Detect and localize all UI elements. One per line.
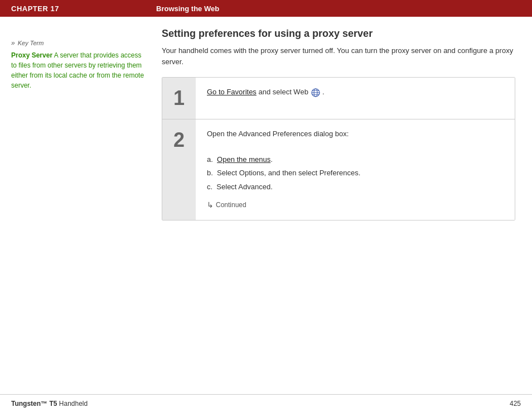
step-2-number: 2 <box>162 119 196 220</box>
chapter-label: CHAPTER 17 <box>11 4 156 13</box>
footer-page-number: 425 <box>510 400 521 408</box>
article-title: Setting preferences for using a proxy se… <box>162 28 515 40</box>
continued-text: Continued <box>216 200 246 210</box>
key-term-header: » Key Term <box>11 39 145 47</box>
key-term-label: Key Term <box>18 40 44 46</box>
footer-brand: Tungsten™ T5 Handheld <box>11 400 88 408</box>
key-term-body: Proxy Server A server that provides acce… <box>11 50 145 90</box>
step-2-sub-c: c. Select Advanced. <box>207 181 506 193</box>
step-2-sub-a-label: a. <box>207 155 217 164</box>
step-2-sub-b-label: b. <box>207 169 217 177</box>
page-footer: Tungsten™ T5 Handheld 425 <box>0 394 532 412</box>
step-1: 1 Go to Favorites and select Web . <box>162 78 515 119</box>
web-globe-icon <box>311 88 320 97</box>
steps-container: 1 Go to Favorites and select Web . <box>162 77 515 221</box>
sidebar: » Key Term Proxy Server A server that pr… <box>0 28 156 394</box>
step-2-open-menus-link[interactable]: Open the menus <box>217 155 270 164</box>
step-2-sub-c-text: Select Advanced. <box>216 183 272 191</box>
step-1-number: 1 <box>162 78 196 119</box>
step-2-sub-a-period: . <box>270 155 273 164</box>
step-2-intro: Open the Advanced Preferences dialog box… <box>207 128 506 140</box>
step-2-sub-b: b. Select Options, and then select Prefe… <box>207 167 506 179</box>
step-2-sub-c-label: c. <box>207 183 216 191</box>
page-header: CHAPTER 17 Browsing the Web <box>0 0 532 17</box>
step-1-link[interactable]: Go to Favorites <box>207 88 257 96</box>
step-1-suffix: and select Web <box>259 88 311 96</box>
step-2-sub-a: a. Open the menus. <box>207 154 506 166</box>
step-2: 2 Open the Advanced Preferences dialog b… <box>162 119 515 220</box>
step-2-content: Open the Advanced Preferences dialog box… <box>196 119 515 220</box>
article: Setting preferences for using a proxy se… <box>156 28 532 394</box>
step-1-period: . <box>322 88 325 96</box>
chapter-title: Browsing the Web <box>156 4 219 13</box>
step-1-content: Go to Favorites and select Web . <box>196 78 515 119</box>
article-intro: Your handheld comes with the proxy serve… <box>162 45 515 67</box>
continued-label: ↳ Continued <box>207 199 506 211</box>
key-term-arrows-icon: » <box>11 39 15 47</box>
continued-arrow-icon: ↳ <box>207 199 214 211</box>
key-term-name: Proxy Server <box>11 51 52 59</box>
step-2-sub-b-text: Select Options, and then select Preferen… <box>217 169 360 177</box>
main-content: » Key Term Proxy Server A server that pr… <box>0 17 532 394</box>
footer-brand-strong: Tungsten™ T5 <box>11 400 57 408</box>
